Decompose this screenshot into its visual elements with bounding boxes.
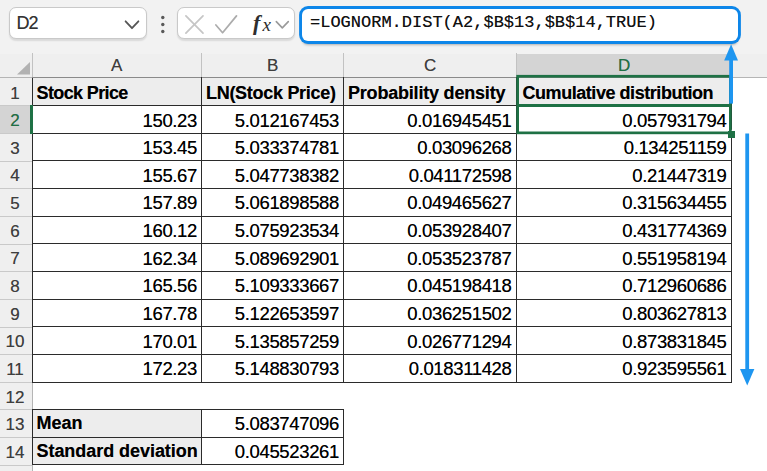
svg-text:x: x (262, 14, 272, 35)
svg-text:f: f (253, 10, 263, 35)
